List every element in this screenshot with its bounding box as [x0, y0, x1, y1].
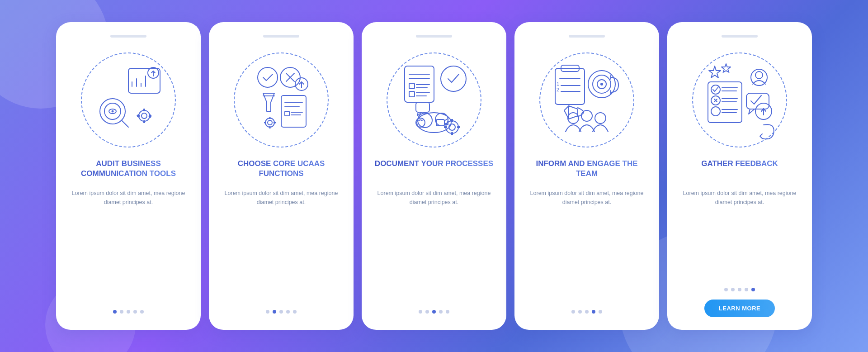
dot-4-4	[592, 310, 595, 314]
dot-1-5	[140, 310, 144, 314]
phone-card-3: DOCUMENT YOUR PROCESSES Lorem ipsum dolo…	[362, 22, 506, 330]
phone-card-2: CHOOSE CORE UCAAS FUNCTIONS Lorem ipsum …	[209, 22, 354, 330]
dot-1-4	[133, 310, 137, 314]
dots-row-2	[266, 310, 297, 314]
dot-3-5	[446, 310, 449, 314]
illustration-1	[74, 46, 183, 154]
dots-row-4	[571, 310, 602, 314]
dot-5-2	[731, 288, 735, 291]
dot-2-2	[273, 310, 276, 314]
dot-2-4	[286, 310, 290, 314]
card-title-4: INFORM AND ENGAGE THE TEAM	[525, 159, 648, 182]
dashed-circle-3	[387, 52, 481, 147]
dot-1-1	[113, 310, 117, 314]
card-body-4: Lorem ipsum dolor sit dim amet, mea regi…	[525, 189, 648, 304]
illustration-3	[380, 46, 488, 154]
dot-2-1	[266, 310, 269, 314]
dot-4-3	[585, 310, 589, 314]
card-title-1: AUDIT BUSINESS COMMUNICATION TOOLS	[67, 159, 190, 182]
card-title-5: GATHER FEEDBACK	[701, 159, 778, 182]
dot-3-4	[439, 310, 443, 314]
dashed-circle-2	[234, 52, 329, 147]
phone-card-5: GATHER FEEDBACK Lorem ipsum dolor sit di…	[667, 22, 812, 330]
card-title-3: DOCUMENT YOUR PROCESSES	[375, 159, 493, 182]
card-body-2: Lorem ipsum dolor sit dim amet, mea regi…	[220, 189, 343, 304]
phone-notch-1	[110, 35, 146, 38]
illustration-4: 1 2	[533, 46, 641, 154]
card-title-2: CHOOSE CORE UCAAS FUNCTIONS	[220, 159, 343, 182]
phone-card-1: AUDIT BUSINESS COMMUNICATION TOOLS Lorem…	[56, 22, 201, 330]
dots-row-3	[419, 310, 449, 314]
phone-notch-3	[416, 35, 452, 38]
cards-container: AUDIT BUSINESS COMMUNICATION TOOLS Lorem…	[38, 9, 830, 343]
dot-3-1	[419, 310, 422, 314]
dots-row-1	[113, 310, 144, 314]
dot-2-5	[293, 310, 297, 314]
learn-more-button[interactable]: LEARN MORE	[704, 300, 775, 317]
illustration-2	[227, 46, 335, 154]
dot-4-1	[571, 310, 575, 314]
phone-card-4: 1 2	[514, 22, 659, 330]
dashed-circle-1	[81, 52, 176, 147]
dot-3-3	[432, 310, 436, 314]
dot-1-3	[127, 310, 130, 314]
dot-5-5	[751, 288, 755, 291]
dot-4-5	[599, 310, 602, 314]
dots-row-5	[724, 288, 755, 291]
card-body-5: Lorem ipsum dolor sit dim amet, mea regi…	[678, 189, 801, 281]
phone-notch-4	[569, 35, 605, 38]
illustration-5	[685, 46, 794, 154]
dot-5-3	[738, 288, 741, 291]
dot-5-1	[724, 288, 728, 291]
dashed-circle-5	[692, 52, 787, 147]
phone-notch-5	[722, 35, 758, 38]
dot-5-4	[745, 288, 748, 291]
phone-notch-2	[263, 35, 299, 38]
dot-2-3	[279, 310, 283, 314]
dot-4-2	[578, 310, 582, 314]
card-body-3: Lorem ipsum dolor sit dim amet, mea regi…	[373, 189, 495, 304]
card-body-1: Lorem ipsum dolor sit dim amet, mea regi…	[67, 189, 190, 304]
dashed-circle-4	[539, 52, 634, 147]
dot-1-2	[120, 310, 123, 314]
dot-3-2	[425, 310, 429, 314]
